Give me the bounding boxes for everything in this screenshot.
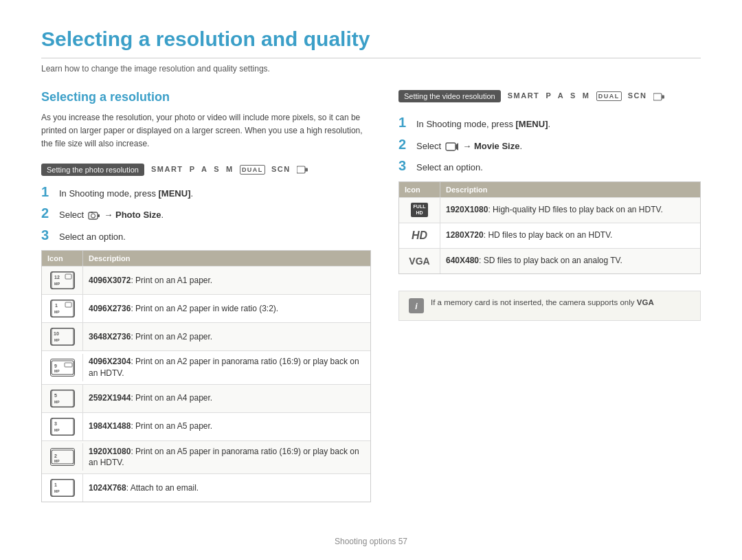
photo-smart-modes: SMART P A S M DUAL SCN xyxy=(151,165,308,174)
video-step-2: 2 Select → Movie Size. xyxy=(398,137,701,153)
svg-text:MP: MP xyxy=(54,400,60,404)
svg-text:10: 10 xyxy=(54,331,59,336)
icon-cell: FULLHD xyxy=(399,198,440,223)
table-row: VGA 640X480: SD files to play back on an… xyxy=(399,248,700,273)
svg-text:MP: MP xyxy=(54,282,60,286)
svg-text:5: 5 xyxy=(54,393,57,398)
svg-text:MP: MP xyxy=(54,310,60,314)
svg-rect-13 xyxy=(65,302,71,307)
photo-badge: Setting the photo resolution xyxy=(41,164,144,176)
photo-step-3: 3 Select an option. xyxy=(41,227,371,244)
photo-step-2: 2 Select → Photo Size. xyxy=(41,205,371,222)
left-column: Selecting a resolution As you increase t… xyxy=(41,90,371,502)
svg-text:MP: MP xyxy=(54,459,60,463)
hd-icon: HD xyxy=(412,229,427,242)
photo-badge-row: Setting the photo resolution SMART P A S… xyxy=(41,164,371,176)
vga-icon: VGA xyxy=(409,256,429,267)
note-icon: i xyxy=(409,298,424,313)
desc-cell: 1920X1080: High-quality HD files to play… xyxy=(440,199,700,221)
svg-rect-4 xyxy=(98,214,100,217)
table-row: 3MP 1984X1488: Print on an A5 paper. xyxy=(42,412,370,440)
desc-cell: 1984X1488: Print on an A5 paper. xyxy=(83,416,370,437)
table-row: 12MP 4096X3072: Print on an A1 paper. xyxy=(42,266,370,294)
icon-cell: 3MP xyxy=(42,413,83,440)
svg-rect-35 xyxy=(446,143,456,150)
icon-cell: HD xyxy=(399,223,440,248)
video-step-1: 1 In Shooting mode, press [MENU]. xyxy=(398,115,701,131)
icon-cell: 1MP xyxy=(42,474,83,502)
photo-resolution-table: Icon Description 12MP 4096X3072: Print o… xyxy=(41,250,371,502)
section-description: As you increase the resolution, your pho… xyxy=(41,111,371,151)
col-icon: Icon xyxy=(42,251,83,266)
video-resolution-table: Icon Description FULLHD 1920X1080: High-… xyxy=(398,181,701,274)
svg-rect-1 xyxy=(305,168,308,172)
table-row: HD 1280X720: HD files to play back on an… xyxy=(399,223,700,248)
svg-text:MP: MP xyxy=(54,489,60,493)
note-box: i If a memory card is not inserted, the … xyxy=(398,291,701,321)
col-icon: Icon xyxy=(399,182,440,197)
video-step-3: 3 Select an option. xyxy=(398,158,701,175)
table-row: 1MP 4096X2736: Print on an A2 paper in w… xyxy=(42,294,370,322)
desc-cell: 2592X1944: Print on an A4 paper. xyxy=(83,388,370,409)
svg-rect-5 xyxy=(91,212,93,213)
video-badge: Setting the video resolution xyxy=(398,90,501,102)
desc-cell: 1920X1080: Print on an A5 paper in panor… xyxy=(83,441,370,474)
page-subtitle: Learn how to change the image resolution… xyxy=(41,64,701,74)
photo-table-header: Icon Description xyxy=(42,251,370,266)
desc-cell: 640X480: SD files to play back on an ana… xyxy=(440,250,700,271)
svg-rect-34 xyxy=(662,95,664,98)
page-title: Selecting a resolution and quality xyxy=(41,27,701,58)
icon-cell: 10MP xyxy=(42,323,83,350)
svg-point-3 xyxy=(91,214,95,218)
svg-text:2: 2 xyxy=(54,453,57,458)
desc-cell: 4096X3072: Print on an A1 paper. xyxy=(83,270,370,291)
note-text: If a memory card is not inserted, the ca… xyxy=(431,298,654,306)
right-column: Setting the video resolution SMART P A S… xyxy=(398,90,701,502)
table-row: 9MP 4096X2304: Print on an A2 paper in p… xyxy=(42,350,370,384)
col-desc: Description xyxy=(83,251,370,266)
photo-step-1: 1 In Shooting mode, press [MENU]. xyxy=(41,184,371,201)
svg-rect-9 xyxy=(65,274,71,279)
svg-text:MP: MP xyxy=(54,369,60,373)
svg-text:1: 1 xyxy=(55,303,58,308)
video-badge-row: Setting the video resolution SMART P A S… xyxy=(398,90,701,102)
icon-cell: 9MP xyxy=(42,354,83,381)
svg-text:MP: MP xyxy=(54,428,60,432)
svg-text:1: 1 xyxy=(54,482,57,487)
icon-cell: 2MP xyxy=(42,443,83,471)
svg-rect-33 xyxy=(653,93,662,100)
table-row: 10MP 3648X2736: Print on an A2 paper. xyxy=(42,322,370,350)
desc-cell: 1280X720: HD files to play back on an HD… xyxy=(440,225,700,246)
svg-rect-0 xyxy=(297,166,305,173)
svg-text:3: 3 xyxy=(54,421,57,426)
section-title-resolution: Selecting a resolution xyxy=(41,90,371,104)
video-smart-modes: SMART P A S M DUAL SCN xyxy=(508,91,664,100)
table-row: 2MP 1920X1080: Print on an A5 paper in p… xyxy=(42,440,370,474)
table-row: 5MP 2592X1944: Print on an A4 paper. xyxy=(42,384,370,412)
desc-cell: 4096X2736: Print on an A2 paper in wide … xyxy=(83,298,370,320)
icon-cell: VGA xyxy=(399,249,440,273)
table-row: 1MP 1024X768: Attach to an email. xyxy=(42,473,370,502)
svg-text:MP: MP xyxy=(54,338,60,342)
icon-cell: 12MP xyxy=(42,267,83,294)
page-footer: Shooting options 57 xyxy=(0,537,742,546)
video-table-header: Icon Description xyxy=(399,182,700,197)
icon-cell: 1MP xyxy=(42,295,83,322)
table-row: FULLHD 1920X1080: High-quality HD files … xyxy=(399,197,700,223)
desc-cell: 4096X2304: Print on an A2 paper in panor… xyxy=(83,351,370,384)
col-desc: Description xyxy=(440,182,700,197)
desc-cell: 1024X768: Attach to an email. xyxy=(83,478,370,499)
svg-rect-20 xyxy=(65,363,72,367)
full-hd-icon: FULLHD xyxy=(411,203,429,217)
desc-cell: 3648X2736: Print on an A2 paper. xyxy=(83,326,370,348)
svg-text:12: 12 xyxy=(54,275,60,280)
icon-cell: 5MP xyxy=(42,385,83,412)
svg-text:9: 9 xyxy=(54,363,57,368)
